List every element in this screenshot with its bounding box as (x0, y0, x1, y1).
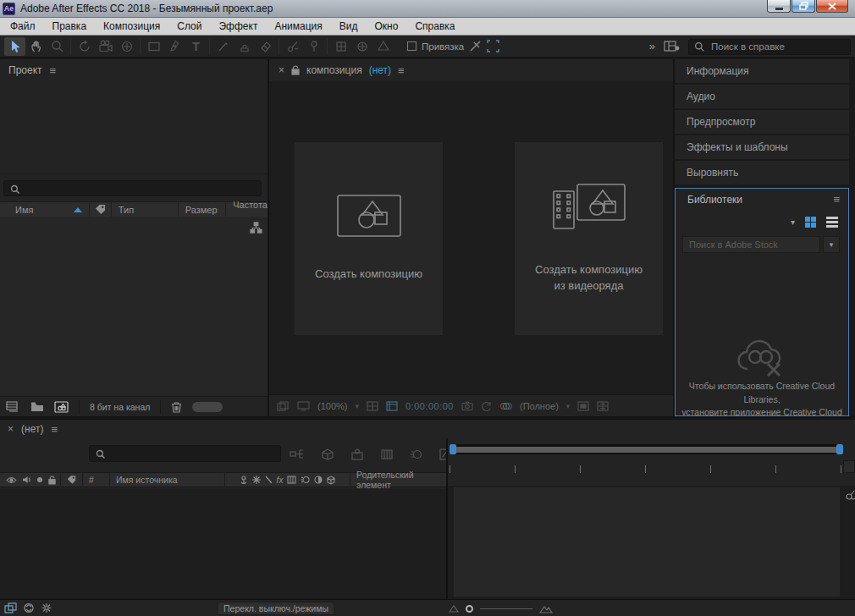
column-name[interactable]: Имя (0, 202, 90, 217)
source-name-column[interactable]: Имя источника (110, 473, 225, 487)
3d-layer-icon[interactable] (327, 476, 335, 485)
timeline-search-input[interactable] (90, 447, 280, 462)
new-folder-icon[interactable] (30, 401, 44, 412)
list-view-icon[interactable] (826, 215, 838, 229)
hide-shy-icon[interactable] (350, 448, 364, 460)
menu-file[interactable]: Файл (2, 18, 44, 35)
pan-behind-tool[interactable] (116, 37, 137, 56)
parent-column[interactable]: Родительский элемент (350, 473, 446, 487)
layer-list-area[interactable] (0, 489, 446, 598)
channels-icon[interactable] (499, 401, 512, 411)
motion-blur-switch-icon[interactable] (301, 476, 310, 484)
work-area-start-handle[interactable] (450, 444, 456, 454)
column-type[interactable]: Тип (112, 202, 179, 217)
menu-composition[interactable]: Композиция (95, 18, 168, 35)
panel-effects-presets[interactable]: Эффекты и шаблоны (675, 135, 849, 159)
audio-icon[interactable] (22, 476, 31, 484)
text-tool[interactable]: T (185, 37, 207, 56)
local-axis-mode[interactable] (330, 37, 351, 56)
world-axis-mode[interactable] (351, 37, 372, 56)
in-out-toggle-icon[interactable] (41, 602, 52, 613)
lock-icon[interactable] (48, 476, 56, 485)
solo-icon[interactable] (36, 476, 43, 483)
column-rate[interactable]: Частота ... (226, 202, 268, 217)
brush-tool[interactable] (212, 37, 234, 56)
chevron-down-icon[interactable]: ▾ (355, 402, 359, 410)
panel-menu-icon[interactable]: ≡ (50, 64, 57, 77)
menu-view[interactable]: Вид (331, 18, 367, 35)
toggle-switches-modes-button[interactable]: Перекл. выключ./режимы (218, 602, 334, 615)
close-tab-icon[interactable]: × (279, 64, 284, 76)
menu-effect[interactable]: Эффект (210, 18, 266, 35)
work-area-end-handle[interactable] (836, 444, 843, 454)
draft-3d-icon[interactable] (321, 448, 334, 460)
panel-preview[interactable]: Предпросмотр (675, 110, 849, 134)
new-composition-from-footage-tile[interactable]: Создать композицию из видеоряда (515, 142, 663, 335)
interpret-footage-icon[interactable] (6, 401, 20, 412)
grid-options-icon[interactable] (367, 401, 378, 411)
quality-icon[interactable] (265, 476, 273, 484)
stock-search-input[interactable] (682, 236, 820, 253)
trash-icon[interactable] (171, 401, 182, 413)
eraser-tool[interactable] (255, 37, 276, 56)
timeline-tab-label[interactable]: (нет) (21, 423, 43, 435)
panel-resize-pill[interactable] (192, 402, 223, 412)
minimize-button[interactable] (767, 0, 791, 13)
workspace-icon[interactable] (664, 41, 680, 52)
clone-stamp-tool[interactable] (234, 37, 255, 56)
selection-tool[interactable] (4, 37, 25, 56)
hand-tool[interactable] (25, 37, 47, 56)
bit-depth-button[interactable]: 8 бит на канал (79, 400, 161, 414)
menu-edit[interactable]: Правка (44, 18, 96, 35)
grid-view-icon[interactable] (805, 217, 816, 228)
current-time-display[interactable]: 0:00:00:00 (405, 401, 454, 411)
label-column[interactable] (61, 473, 83, 487)
zoom-slider-knob[interactable] (466, 605, 473, 613)
mask-visibility-icon[interactable] (386, 401, 398, 411)
motion-blur-icon[interactable] (410, 448, 423, 460)
menu-animation[interactable]: Анимация (266, 18, 330, 35)
shy-icon[interactable] (240, 476, 248, 485)
zoom-in-mountain-icon[interactable] (539, 603, 553, 613)
roto-brush-tool[interactable] (282, 37, 303, 56)
main-viewer-icon[interactable] (297, 401, 310, 411)
transfer-controls-toggle-icon[interactable] (23, 602, 35, 613)
snap-options-icon[interactable] (469, 40, 482, 52)
puppet-pin-tool[interactable] (303, 37, 324, 56)
work-area-bar[interactable] (450, 444, 843, 454)
layer-switches-toggle-icon[interactable] (4, 602, 17, 613)
close-tab-icon[interactable]: × (8, 423, 14, 435)
dock-grabber-icon[interactable] (845, 489, 855, 504)
frame-blending-icon[interactable] (380, 448, 394, 460)
magnification-value[interactable]: (100%) (317, 401, 347, 411)
composition-tab-label[interactable]: композиция (306, 64, 362, 76)
show-snapshot-icon[interactable] (481, 401, 492, 411)
stock-search-dropdown[interactable]: ▾ (823, 236, 840, 253)
comp-marker-bin[interactable] (843, 460, 855, 473)
library-select-caret-icon[interactable]: ▾ (791, 217, 795, 227)
zoom-out-mountain-icon[interactable] (449, 604, 459, 613)
menu-layer[interactable]: Слой (168, 18, 210, 35)
menu-help[interactable]: Справка (406, 18, 463, 35)
project-flowchart-icon[interactable] (250, 222, 262, 238)
project-item-list[interactable] (0, 217, 268, 396)
chevron-down-icon[interactable]: ▾ (566, 402, 571, 410)
comp-flowchart-icon[interactable] (290, 448, 305, 460)
panel-menu-icon[interactable]: ≡ (398, 64, 405, 77)
restore-button[interactable] (792, 0, 815, 13)
transparency-grid-icon[interactable] (597, 401, 609, 411)
work-area-span[interactable] (456, 447, 836, 453)
track-lanes[interactable] (454, 487, 840, 597)
panel-menu-icon[interactable]: ≡ (833, 193, 840, 206)
always-preview-icon[interactable] (277, 401, 290, 411)
column-label-color[interactable] (90, 202, 112, 217)
snapshot-icon[interactable] (461, 401, 473, 410)
pen-tool[interactable] (164, 37, 185, 56)
new-composition-icon[interactable] (54, 401, 69, 413)
snap-checkbox[interactable] (407, 41, 416, 51)
panel-menu-icon[interactable]: ≡ (51, 423, 58, 436)
zoom-tool[interactable] (47, 37, 68, 56)
toolbar-overflow-chevron[interactable]: » (641, 40, 664, 52)
camera-tool[interactable] (95, 37, 116, 56)
frame-blend-icon[interactable] (287, 476, 296, 484)
